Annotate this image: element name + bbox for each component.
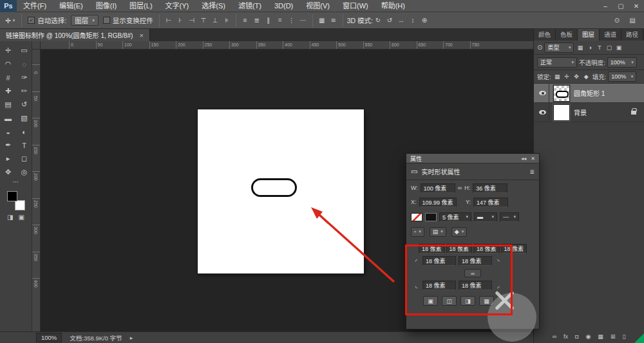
options-icon[interactable]: ≋ (328, 15, 339, 26)
move-tool[interactable]: ✛ (5, 46, 11, 55)
distribute-bottom-icon[interactable]: ∥ (263, 15, 274, 26)
x-field[interactable]: 109.99 像素 (419, 198, 457, 207)
stroke-corner-select[interactable]: ◆ (451, 227, 467, 237)
background-color-swatch[interactable] (15, 200, 25, 210)
shape-tool[interactable]: ◻ (21, 154, 27, 163)
opacity-select[interactable]: 100% (607, 57, 637, 68)
lock-all-icon[interactable]: ◆ (582, 72, 591, 81)
stroke-width-select[interactable]: 5 像素▾ (439, 212, 471, 222)
history-brush-tool[interactable]: ↺ (21, 100, 27, 109)
filter-shape-icon[interactable]: ▢ (605, 43, 613, 52)
search-icon[interactable]: ⊙ (612, 15, 622, 26)
corner-radius-field[interactable]: 18 像素 (501, 244, 527, 254)
workspace-switcher-icon[interactable]: ▤ (627, 15, 638, 26)
align-bottom-icon[interactable]: ⊧ (222, 15, 232, 26)
menu-item[interactable]: 视图(V) (299, 0, 336, 12)
distribute-right-icon[interactable]: ⋯ (298, 15, 308, 26)
new-layer-icon[interactable]: ⊞ (611, 331, 616, 342)
filter-type-icon[interactable]: T (595, 43, 603, 52)
close-panel-icon[interactable]: ✕ (531, 156, 535, 162)
crop-tool[interactable]: # (6, 74, 10, 82)
lock-pixels-icon[interactable]: ✛ (563, 72, 571, 81)
distribute-center-icon[interactable]: ⋮ (287, 15, 297, 26)
menu-item[interactable]: 选择(S) (195, 0, 232, 12)
menu-item[interactable]: 编辑(E) (53, 0, 90, 12)
corner-radius-field[interactable]: 18 像素 (473, 244, 500, 254)
layer-row[interactable]: 背景 (534, 103, 644, 122)
layer-effects-icon[interactable]: fx (564, 331, 568, 342)
document-tab[interactable]: 链接图标制作 @ 100%(圆角矩形 1, RGB/8#) × (0, 29, 150, 41)
horizontal-ruler[interactable]: 0501001502002503003504004505005506006507… (41, 41, 533, 50)
layer-group-icon[interactable]: ▦ (598, 331, 603, 342)
filter-adjustment-icon[interactable]: ◑ (585, 43, 594, 52)
align-right-icon[interactable]: ⊣ (187, 15, 197, 26)
height-field[interactable]: 36 像素 (473, 183, 507, 193)
stroke-type-select[interactable]: ▬▾ (474, 212, 497, 222)
fill-opacity-select[interactable]: 100% (608, 71, 636, 82)
tab-paths[interactable]: 路径 (621, 29, 643, 41)
show-transform-checkbox[interactable]: 显示变换控件 (101, 15, 155, 25)
eraser-tool[interactable]: ▬ (5, 115, 12, 122)
blend-mode-select[interactable]: 正常 (537, 57, 577, 68)
align-middle-icon[interactable]: ⊥ (210, 15, 220, 26)
menu-item[interactable]: 文字(Y) (159, 0, 196, 12)
link-corner-radii-button[interactable]: ∞ (464, 269, 481, 277)
tab-layers[interactable]: 图层 (578, 29, 600, 41)
y-field[interactable]: 147 像素 (473, 198, 508, 207)
corner-radius-field[interactable]: 18 像素 (446, 244, 473, 254)
tab-channels[interactable]: 通道 (600, 29, 621, 41)
properties-titlebar[interactable]: 属性 ◂◂ ✕ (406, 154, 539, 163)
stroke-align-select[interactable]: ▫ (411, 227, 424, 237)
corner-top-left-field[interactable]: 18 像素 (422, 256, 456, 266)
document-canvas[interactable] (198, 109, 364, 273)
align-center-h-icon[interactable]: ⊦ (175, 15, 185, 26)
corner-op-3-button[interactable]: ◨ (460, 296, 475, 306)
stroke-dash-select[interactable]: —▾ (500, 212, 519, 222)
layer-thumbnail[interactable] (553, 85, 570, 102)
marquee-tool[interactable]: ▭ (21, 46, 27, 55)
3d-rotate-icon[interactable]: ↻ (373, 15, 383, 26)
auto-align-icon[interactable]: ▦ (317, 15, 327, 26)
menu-item[interactable]: 帮助(H) (375, 0, 412, 12)
status-expand-icon[interactable]: ▸ (130, 335, 133, 341)
distribute-top-icon[interactable]: ≡ (240, 15, 251, 26)
brush-tool[interactable]: ✏ (21, 87, 27, 95)
fill-swatch[interactable] (411, 213, 422, 221)
blur-tool[interactable]: ◒ (6, 128, 10, 136)
path-select-tool[interactable]: ▸ (6, 154, 10, 163)
type-tool[interactable]: T (22, 142, 26, 149)
distribute-left-icon[interactable]: = (275, 15, 285, 26)
visibility-toggle[interactable] (536, 103, 549, 122)
dodge-tool[interactable]: ◐ (22, 128, 26, 136)
3d-pan-icon[interactable]: ↔ (396, 15, 406, 26)
tab-swatches[interactable]: 色板 (556, 29, 578, 41)
hand-tool[interactable]: ✥ (5, 168, 11, 176)
rounded-rectangle-shape[interactable] (251, 178, 297, 197)
quick-mask-icon[interactable]: ◨ (7, 214, 13, 221)
minimize-button[interactable]: – (598, 0, 613, 12)
3d-roll-icon[interactable]: ↺ (384, 15, 395, 26)
menu-item[interactable]: 3D(D) (268, 0, 299, 12)
panel-menu-icon[interactable]: ≣ (529, 169, 535, 175)
corner-op-1-button[interactable]: ▣ (423, 296, 438, 306)
corner-top-right-field[interactable]: 18 像素 (459, 256, 492, 266)
lock-transparent-icon[interactable]: ▦ (553, 72, 562, 81)
menu-item[interactable]: 图层(L) (123, 0, 158, 12)
layer-row[interactable]: 圆角矩形 1 (534, 84, 644, 103)
3d-scale-icon[interactable]: ⊕ (419, 15, 430, 26)
lasso-tool[interactable]: ◠ (5, 60, 12, 68)
gradient-tool[interactable]: ▧ (21, 114, 27, 122)
corner-bottom-right-field[interactable]: 18 像素 (459, 281, 492, 290)
corner-op-4-button[interactable]: ▦ (479, 296, 494, 306)
zoom-tool[interactable]: ◎ (21, 168, 28, 176)
foreground-color-swatch[interactable] (7, 191, 17, 201)
current-tool-preset[interactable]: ✛ ▾ (3, 17, 17, 24)
distribute-middle-icon[interactable]: ≣ (252, 15, 262, 26)
corner-op-2-button[interactable]: ◫ (442, 296, 457, 306)
pen-tool[interactable]: ✒ (5, 141, 11, 149)
adjustment-layer-icon[interactable]: ◉ (586, 331, 591, 342)
screen-mode-icon[interactable]: ▣ (19, 214, 24, 221)
align-left-icon[interactable]: ⊢ (164, 15, 174, 26)
ruler-origin-corner[interactable] (32, 41, 41, 50)
link-layers-icon[interactable]: ∞ (553, 331, 556, 342)
